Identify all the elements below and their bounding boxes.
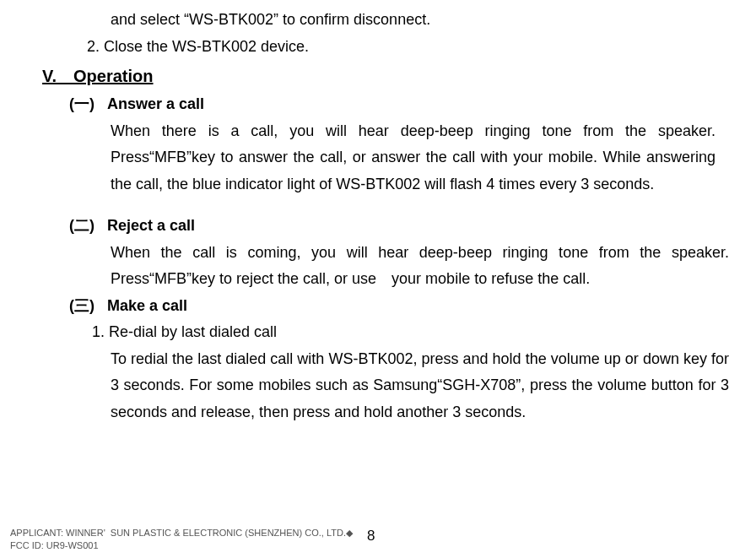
subheading-answer-call: (一)Answer a call [27,91,729,118]
section-heading: V. Operation [27,62,729,91]
spacer [27,199,729,213]
subheading-reject-call: (二)Reject a call [27,213,729,240]
page-number: 8 [367,528,375,544]
para-make-call-1: To redial the last dialed call with WS-B… [27,346,729,426]
intro-line-1: and select “WS-BTK002” to confirm discon… [27,7,729,34]
document-content: and select “WS-BTK002” to confirm discon… [0,0,756,425]
subheading-title-1: Answer a call [107,95,204,112]
subheading-num-2: (二) [69,213,107,240]
subheading-num-3: (三) [69,293,107,320]
footer: APPLICANT: WINNER' SUN PLASTIC & ELECTRO… [10,527,353,551]
footer-fccid: FCC ID: UR9-WS001 [10,539,353,551]
subheading-title-2: Reject a call [107,217,195,234]
para-reject-call: When the call is coming, you will hear d… [27,240,729,293]
subheading-title-3: Make a call [107,297,187,314]
numbered-item-1: 1. Re-dial by last dialed call [27,319,729,346]
subheading-num-1: (一) [69,91,107,118]
subheading-make-call: (三)Make a call [27,293,729,320]
footer-applicant: APPLICANT: WINNER' SUN PLASTIC & ELECTRO… [10,527,353,539]
intro-line-2: 2. Close the WS-BTK002 device. [27,34,729,61]
para-answer-call: When there is a call, you will hear deep… [27,118,729,198]
